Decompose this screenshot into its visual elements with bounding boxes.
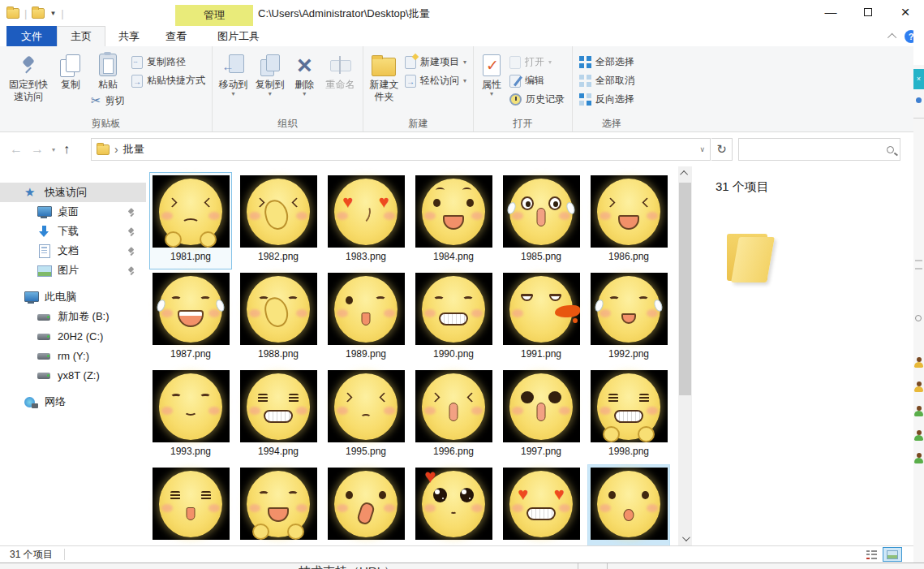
move-to-button[interactable]: 移动到 ▾ bbox=[216, 49, 251, 117]
scrollbar-thumb[interactable] bbox=[679, 183, 691, 395]
file-item[interactable]: 1998.png bbox=[587, 367, 670, 464]
up-icon[interactable]: ↑ bbox=[63, 142, 70, 157]
file-item[interactable]: 1995.png bbox=[324, 367, 407, 464]
file-item[interactable]: 1997.png bbox=[500, 367, 582, 464]
drive-icon bbox=[37, 349, 51, 363]
sidebar-item[interactable]: yx8T (Z:) bbox=[0, 365, 146, 385]
status-bar: 31 个项目 bbox=[0, 545, 913, 563]
sidebar-item-network[interactable]: 网络 bbox=[0, 392, 146, 412]
history-icon bbox=[509, 93, 522, 106]
copy-path-button[interactable]: 复制路径 bbox=[128, 53, 189, 71]
file-item[interactable] bbox=[149, 464, 232, 545]
refresh-button[interactable]: ↻ bbox=[711, 138, 733, 161]
file-item[interactable] bbox=[412, 464, 495, 545]
search-input[interactable] bbox=[744, 144, 887, 156]
file-item[interactable]: 1981.png bbox=[149, 172, 232, 269]
edit-button[interactable]: 编辑 bbox=[506, 71, 548, 90]
file-thumbnail bbox=[240, 468, 317, 540]
paste-shortcut-button[interactable]: 粘贴快捷方式 bbox=[128, 71, 208, 90]
minimize-button[interactable]: — bbox=[812, 0, 849, 24]
new-folder-button[interactable]: 新建文件夹 bbox=[367, 49, 402, 117]
file-item[interactable] bbox=[324, 464, 407, 545]
sidebar-item[interactable]: 桌面 bbox=[0, 202, 146, 222]
file-thumbnail bbox=[503, 273, 580, 345]
file-item[interactable]: 1987.png bbox=[149, 269, 232, 367]
address-dropdown-chevron-icon[interactable]: ∨ bbox=[699, 145, 705, 153]
file-item[interactable] bbox=[237, 464, 320, 545]
file-item[interactable]: 1983.png bbox=[324, 172, 407, 269]
sidebar-item[interactable]: 图片 bbox=[0, 261, 146, 280]
sidebar-item-this-pc[interactable]: 此电脑 bbox=[0, 287, 146, 307]
paste-icon bbox=[99, 54, 117, 76]
group-label-clipboard: 剪贴板 bbox=[0, 117, 212, 131]
pin-to-quick-access-button[interactable]: 固定到快速访问 bbox=[3, 49, 54, 117]
file-item[interactable]: 1993.png bbox=[149, 367, 232, 464]
file-item[interactable]: 1985.png bbox=[500, 172, 582, 269]
tab-home[interactable]: 主页 bbox=[57, 26, 105, 46]
file-thumbnail bbox=[328, 468, 405, 540]
file-item[interactable] bbox=[587, 464, 670, 545]
new-item-button[interactable]: 新建项目 ▾ bbox=[402, 53, 470, 71]
tab-file[interactable]: 文件 bbox=[6, 26, 57, 46]
file-item[interactable]: 1992.png bbox=[587, 269, 670, 367]
file-item[interactable]: 1996.png bbox=[412, 367, 495, 464]
emoji-face bbox=[334, 276, 398, 343]
file-item[interactable]: 1990.png bbox=[412, 269, 495, 367]
breadcrumb[interactable]: › 批量 ∨ bbox=[91, 138, 711, 161]
rename-button[interactable]: 重命名 bbox=[321, 49, 359, 117]
easy-access-button[interactable]: 轻松访问 ▾ bbox=[402, 71, 470, 90]
file-thumbnail bbox=[240, 273, 317, 345]
vertical-scrollbar[interactable] bbox=[678, 166, 692, 545]
paste-button[interactable]: 粘贴 bbox=[88, 49, 128, 91]
copy-to-button[interactable]: 复制到 ▾ bbox=[252, 49, 287, 117]
copy-path-icon bbox=[131, 56, 143, 69]
recent-locations-chevron-icon[interactable]: ▾ bbox=[52, 146, 55, 153]
history-button[interactable]: 历史记录 bbox=[506, 90, 568, 109]
qat-customize-chevron-icon[interactable]: ▼ bbox=[49, 10, 56, 17]
collapse-ribbon-icon[interactable] bbox=[887, 32, 896, 41]
tab-share[interactable]: 共享 bbox=[105, 26, 153, 46]
file-item[interactable]: 1989.png bbox=[324, 269, 407, 367]
scroll-down-icon[interactable] bbox=[678, 532, 692, 545]
explorer-window: | ▼ | 管理 C:\Users\Administrator\Desktop\… bbox=[0, 0, 924, 569]
file-item[interactable]: 1982.png bbox=[237, 172, 320, 269]
file-item[interactable]: 1994.png bbox=[237, 367, 320, 464]
select-none-button[interactable]: 全部取消 bbox=[576, 71, 638, 90]
sidebar-item[interactable]: rm (Y:) bbox=[0, 346, 146, 365]
maximize-button[interactable] bbox=[849, 0, 887, 24]
details-view-button[interactable] bbox=[862, 547, 881, 562]
back-icon[interactable]: ← bbox=[10, 142, 23, 157]
file-item[interactable] bbox=[500, 464, 582, 545]
file-item[interactable]: 1991.png bbox=[500, 269, 582, 367]
search-box[interactable] bbox=[738, 138, 900, 161]
scroll-up-icon[interactable] bbox=[678, 166, 692, 180]
file-list-view[interactable]: 1981.png1982.png1983.png1984.png1985.png… bbox=[146, 166, 678, 545]
invert-selection-button[interactable]: 反向选择 bbox=[576, 90, 638, 109]
file-name: 1991.png bbox=[521, 347, 561, 360]
tab-view[interactable]: 查看 bbox=[153, 26, 200, 46]
tab-picture-tools[interactable]: 图片工具 bbox=[204, 26, 273, 46]
background-partial-text: 技术支持（URL）： bbox=[299, 564, 408, 569]
select-all-button[interactable]: 全部选择 bbox=[576, 53, 638, 71]
sidebar-item-quick-access[interactable]: 快速访问 bbox=[0, 183, 146, 202]
file-item[interactable]: 1984.png bbox=[412, 172, 495, 269]
emoji-face bbox=[597, 471, 660, 537]
delete-button[interactable]: 删除 ▾ bbox=[289, 49, 320, 117]
file-item[interactable]: 1986.png bbox=[587, 172, 670, 269]
open-button[interactable]: 打开 ▾ bbox=[506, 53, 555, 71]
sidebar-item[interactable]: 新加卷 (B:) bbox=[0, 307, 146, 326]
sidebar-item[interactable]: 文档 bbox=[0, 241, 146, 261]
cut-button[interactable]: 剪切 bbox=[88, 91, 128, 110]
thumbnail-view-button[interactable] bbox=[883, 547, 902, 562]
file-name: 1988.png bbox=[258, 347, 299, 360]
file-item[interactable]: 1988.png bbox=[237, 269, 320, 367]
sidebar-item[interactable]: 下载 bbox=[0, 222, 146, 241]
folder-icon[interactable] bbox=[32, 8, 45, 19]
copy-button[interactable]: 复制 bbox=[54, 49, 88, 117]
search-icon bbox=[887, 146, 894, 153]
forward-icon[interactable]: → bbox=[31, 142, 44, 157]
properties-button[interactable]: 属性 ▾ bbox=[477, 49, 506, 117]
breadcrumb-location[interactable]: 批量 bbox=[123, 142, 144, 157]
dropdown-arrow-icon: ▾ bbox=[490, 91, 493, 97]
sidebar-item[interactable]: 20H2 (C:) bbox=[0, 326, 146, 346]
